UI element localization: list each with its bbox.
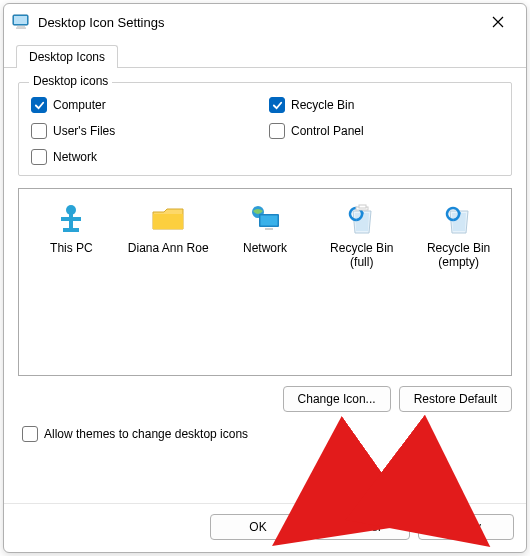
checkbox-label: Computer bbox=[53, 98, 106, 112]
check-icon bbox=[269, 123, 285, 139]
recycle-bin-empty-icon bbox=[441, 201, 477, 237]
desktop-icons-group: Desktop icons Computer Recycle Bin User'… bbox=[18, 82, 512, 176]
check-icon bbox=[31, 123, 47, 139]
restore-default-button[interactable]: Restore Default bbox=[399, 386, 512, 412]
svg-rect-7 bbox=[63, 228, 79, 232]
svg-rect-2 bbox=[17, 26, 25, 28]
icon-recycle-full[interactable]: Recycle Bin (full) bbox=[317, 201, 406, 269]
check-icon bbox=[31, 149, 47, 165]
allow-themes-checkbox[interactable]: Allow themes to change desktop icons bbox=[22, 426, 512, 442]
checkbox-grid: Computer Recycle Bin User's Files Contro… bbox=[31, 97, 499, 165]
checkbox-label: Network bbox=[53, 150, 97, 164]
apply-button[interactable]: Apply bbox=[418, 514, 514, 540]
svg-point-4 bbox=[66, 205, 76, 215]
checkbox-label: Control Panel bbox=[291, 124, 364, 138]
icon-label: Recycle Bin (full) bbox=[317, 241, 406, 269]
svg-rect-11 bbox=[265, 228, 273, 230]
icon-label: Recycle Bin (empty) bbox=[414, 241, 503, 269]
check-icon bbox=[22, 426, 38, 442]
svg-rect-6 bbox=[61, 217, 81, 221]
check-icon bbox=[31, 97, 47, 113]
icon-label: Network bbox=[243, 241, 287, 255]
icon-label: This PC bbox=[50, 241, 93, 255]
svg-rect-1 bbox=[14, 16, 27, 24]
icon-this-pc[interactable]: This PC bbox=[27, 201, 116, 255]
checkbox-label: User's Files bbox=[53, 124, 115, 138]
change-icon-button[interactable]: Change Icon... bbox=[283, 386, 391, 412]
icon-buttons-row: Change Icon... Restore Default bbox=[18, 386, 512, 412]
check-icon bbox=[269, 97, 285, 113]
icon-preview-pane: This PC Diana Ann Roe bbox=[18, 188, 512, 376]
ok-button[interactable]: OK bbox=[210, 514, 306, 540]
titlebar: Desktop Icon Settings bbox=[4, 4, 526, 38]
svg-rect-3 bbox=[16, 28, 26, 29]
network-icon bbox=[247, 201, 283, 237]
checkbox-recycle-bin[interactable]: Recycle Bin bbox=[269, 97, 499, 113]
app-icon bbox=[12, 13, 30, 31]
icon-recycle-empty[interactable]: Recycle Bin (empty) bbox=[414, 201, 503, 269]
tab-content: Desktop icons Computer Recycle Bin User'… bbox=[4, 68, 526, 503]
checkbox-computer[interactable]: Computer bbox=[31, 97, 261, 113]
monitor-icon bbox=[53, 201, 89, 237]
icon-label: Diana Ann Roe bbox=[128, 241, 209, 255]
checkbox-label: Recycle Bin bbox=[291, 98, 354, 112]
recycle-bin-full-icon bbox=[344, 201, 380, 237]
svg-rect-13 bbox=[359, 205, 366, 208]
close-button[interactable] bbox=[478, 8, 518, 36]
checkbox-network[interactable]: Network bbox=[31, 149, 261, 165]
window-title: Desktop Icon Settings bbox=[38, 15, 478, 30]
cancel-button[interactable]: Cancel bbox=[314, 514, 410, 540]
checkbox-control-panel[interactable]: Control Panel bbox=[269, 123, 499, 139]
tab-desktop-icons[interactable]: Desktop Icons bbox=[16, 45, 118, 68]
tab-strip: Desktop Icons bbox=[4, 38, 526, 68]
svg-rect-10 bbox=[260, 216, 277, 226]
checkbox-label: Allow themes to change desktop icons bbox=[44, 427, 248, 441]
folder-icon bbox=[150, 201, 186, 237]
icon-network[interactable]: Network bbox=[221, 201, 310, 255]
dialog-footer: OK Cancel Apply bbox=[4, 503, 526, 552]
group-legend: Desktop icons bbox=[29, 74, 112, 88]
dialog-window: Desktop Icon Settings Desktop Icons Desk… bbox=[3, 3, 527, 553]
checkbox-users-files[interactable]: User's Files bbox=[31, 123, 261, 139]
icon-user-folder[interactable]: Diana Ann Roe bbox=[124, 201, 213, 255]
